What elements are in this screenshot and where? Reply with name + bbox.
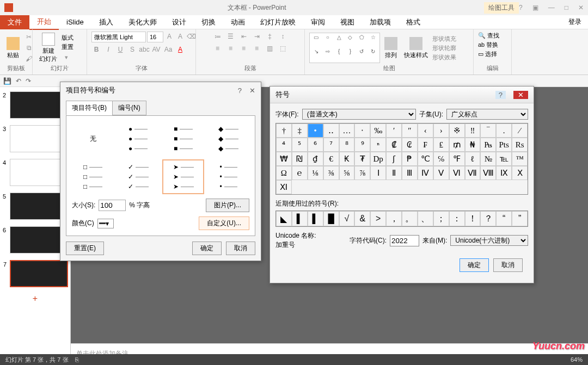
shape-fill-button[interactable]: 形状填充 [432,35,456,43]
symbol-cell[interactable]: Ⅺ [276,180,292,194]
symbol-cell[interactable]: ₱ [402,152,418,166]
tab-islide[interactable]: iSlide [59,16,91,28]
section-icon[interactable]: ▾ [62,52,71,62]
decrease-font-icon[interactable]: A [175,32,185,41]
tab-transition[interactable]: 切换 [194,15,223,29]
align-left-icon[interactable]: ≡ [213,44,223,53]
recent-symbol-cell[interactable]: 。 [402,211,418,226]
recent-symbol-cell[interactable]: 、 [418,211,433,226]
font-color-icon[interactable]: A [175,45,185,54]
tab-animation[interactable]: 动画 [223,15,253,29]
close-icon[interactable]: ✕ [578,4,584,11]
symbol-cell[interactable]: Ⅳ [418,166,433,180]
from-select[interactable]: Unicode(十六进制) [450,235,528,246]
tab-numbering[interactable]: 编号(N) [112,101,146,115]
quick-styles-button[interactable]: 快速样式 [402,36,430,60]
symbol-cell[interactable]: ⁄ [512,123,528,138]
paste-button[interactable]: 粘贴 [4,36,22,60]
recent-symbol-cell[interactable]: ▌ [292,211,308,226]
layout-button[interactable]: 版式 [62,34,74,42]
login-link[interactable]: 登录 [568,17,588,27]
numbering-icon[interactable]: ☰ [226,32,236,41]
symbol-cell[interactable]: ‰ [370,123,386,138]
smartart-icon[interactable]: ⬚ [278,44,288,53]
symbol-cell[interactable]: ℮ [292,166,308,180]
recent-symbol-cell[interactable]: ， [386,211,402,226]
recent-symbol-cell[interactable]: √ [339,211,355,226]
bullet-arrow[interactable]: ➤➤➤ [162,159,204,194]
symbol-cell[interactable]: ℃ [418,152,433,166]
recent-symbol-cell[interactable]: ◣ [276,211,292,226]
symbol-cell[interactable]: ₧ [480,138,496,152]
align-center-icon[interactable]: ≡ [226,44,236,53]
strike-icon[interactable]: abc [139,45,149,54]
undo-icon[interactable]: ↶ [16,77,21,85]
symbol-cell[interactable]: Ⅰ [370,166,386,180]
ok-button[interactable]: 确定 [460,258,489,272]
indent-inc-icon[interactable]: ⇥ [252,32,262,41]
shapes-gallery[interactable]: ▭○△◇⬠☆ ↘⇨{}↺↻ [309,33,380,63]
ok-button[interactable]: 确定 [192,242,222,255]
help-icon[interactable]: ? [519,4,523,11]
symbol-cell[interactable]: ‥ [323,123,339,138]
symbol-cell[interactable]: ₫ [308,152,323,166]
bullet-dot[interactable]: ••• [207,159,249,194]
symbol-cell[interactable]: ₦ [465,138,481,152]
symbol-cell[interactable]: Rs [512,138,528,152]
spelling-icon[interactable]: ⎘ [75,356,79,363]
recent-symbol-cell[interactable]: & [354,211,370,226]
underline-icon[interactable]: U [115,45,125,54]
bullet-hollow-square[interactable]: □□□ [72,159,114,194]
symbol-cell[interactable]: Ⅱ [386,166,402,180]
symbol-cell[interactable]: ₢ [402,138,418,152]
align-right-icon[interactable]: ≡ [239,44,249,53]
bullets-icon[interactable]: ≔ [213,32,223,41]
dialog-help-icon[interactable]: ? [495,91,506,99]
symbol-cell[interactable]: Ⅲ [402,166,418,180]
symbol-cell[interactable]: ‧ [354,123,370,138]
symbol-cell[interactable]: ₥ [449,138,465,152]
symbol-cell[interactable]: ‡ [292,123,308,138]
symbol-cell[interactable]: Ω [276,166,292,180]
symbol-cell[interactable]: ₭ [339,152,355,166]
tab-beautify[interactable]: 美化大师 [121,15,164,29]
symbol-cell[interactable]: ″ [402,123,418,138]
tab-review[interactable]: 审阅 [303,15,333,29]
clear-format-icon[interactable]: ⌫ [186,32,196,41]
recent-symbols[interactable]: ◣▌▌█√&>，。、；：！？“” [275,211,528,227]
symbol-cell[interactable]: Ⅶ [465,166,481,180]
recent-symbol-cell[interactable]: ！ [465,211,481,226]
symbol-cell[interactable]: ‾ [480,123,496,138]
symbol-cell[interactable]: Ⅴ [433,166,449,180]
recent-symbol-cell[interactable]: ； [433,211,449,226]
symbol-cell[interactable]: Ⅹ [512,166,528,180]
symbol-cell[interactable]: ⅛ [308,166,323,180]
symbol-cell[interactable]: ‼ [465,123,481,138]
new-slide-button[interactable]: 新建 幻灯片 [37,32,59,64]
case-icon[interactable]: Aa [163,45,173,54]
tab-bullets[interactable]: 项目符号(B) [66,101,113,115]
tab-view[interactable]: 视图 [333,15,362,29]
symbol-cell[interactable]: ⁶ [308,138,323,152]
replace-button[interactable]: ab 替换 [478,41,498,49]
symbol-cell[interactable]: … [339,123,355,138]
symbol-cell[interactable]: ⁴ [276,138,292,152]
symbol-cell[interactable]: ⁵ [292,138,308,152]
shadow-icon[interactable]: S [127,45,137,54]
increase-font-icon[interactable]: A [164,32,174,41]
dialog-close-icon[interactable]: ✕ [513,91,528,99]
tab-slideshow[interactable]: 幻灯片放映 [253,15,303,29]
save-icon[interactable]: 💾 [3,77,11,85]
find-button[interactable]: 🔍 查找 [478,32,499,40]
tab-design[interactable]: 设计 [164,15,194,29]
recent-symbol-cell[interactable]: “ [496,211,512,226]
symbol-cell[interactable]: ₣ [418,138,433,152]
symbol-cell[interactable]: Dp [370,152,386,166]
shape-outline-button[interactable]: 形状轮廓 [432,44,456,52]
symbol-cell[interactable]: ₮ [354,152,370,166]
font-select[interactable]: (普通文本) [302,109,416,120]
cancel-button[interactable]: 取消 [493,258,523,272]
symbol-cell[interactable]: ʃ [386,152,402,166]
symbol-cell[interactable]: Ⅸ [496,166,512,180]
symbol-cell[interactable]: . [496,123,512,138]
